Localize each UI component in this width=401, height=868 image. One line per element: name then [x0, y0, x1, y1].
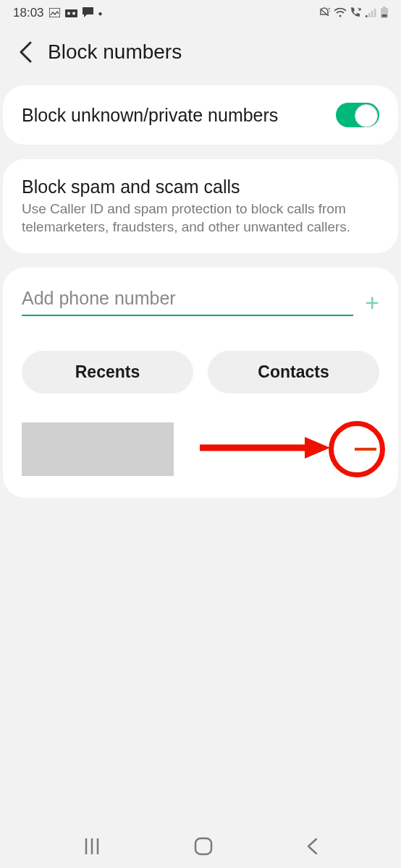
chat-icon — [83, 7, 93, 20]
dot-icon: ● — [98, 9, 103, 17]
svg-rect-6 — [368, 13, 371, 17]
back-icon[interactable] — [19, 41, 32, 63]
svg-marker-13 — [305, 437, 330, 459]
status-bar: 18:03 ● — [0, 0, 401, 26]
image-icon — [49, 7, 60, 20]
toggle-label: Block unknown/private numbers — [22, 103, 278, 127]
svg-rect-9 — [383, 7, 386, 8]
svg-rect-17 — [195, 838, 211, 854]
svg-rect-5 — [366, 15, 368, 17]
toggle-switch[interactable] — [336, 103, 379, 127]
android-nav-bar — [0, 825, 401, 868]
signal-icon — [366, 7, 377, 20]
add-row: + — [22, 288, 379, 316]
svg-point-2 — [67, 12, 70, 14]
battery-icon — [381, 7, 388, 20]
annotation-arrow — [200, 437, 330, 461]
status-left: 18:03 ● — [13, 6, 103, 20]
svg-rect-7 — [371, 11, 373, 17]
voicemail-icon — [65, 7, 77, 20]
vibrate-icon — [318, 7, 330, 20]
header: Block numbers — [0, 26, 401, 85]
svg-rect-8 — [374, 9, 376, 17]
toggle-card[interactable]: Block unknown/private numbers — [3, 85, 398, 145]
recents-button[interactable]: Recents — [22, 351, 193, 393]
svg-point-4 — [339, 14, 342, 17]
call-icon — [350, 7, 362, 20]
spam-card-title: Block spam and scam calls — [22, 176, 379, 197]
svg-rect-11 — [382, 14, 387, 17]
status-time: 18:03 — [13, 6, 44, 20]
page-title: Block numbers — [48, 41, 182, 64]
add-number-card: + Recents Contacts — [3, 268, 398, 498]
recents-nav-icon[interactable] — [83, 838, 101, 854]
svg-rect-1 — [65, 9, 77, 17]
plus-icon[interactable]: + — [365, 290, 379, 315]
svg-rect-0 — [49, 8, 60, 17]
wifi-icon — [334, 7, 347, 20]
status-right — [318, 7, 388, 20]
spam-card-subtitle: Use Caller ID and spam protection to blo… — [22, 200, 379, 236]
spam-scam-card[interactable]: Block spam and scam calls Use Caller ID … — [3, 159, 398, 253]
blocked-number-redacted — [22, 422, 174, 476]
remove-icon[interactable] — [355, 448, 376, 451]
contacts-button[interactable]: Contacts — [208, 351, 379, 393]
back-nav-icon[interactable] — [306, 838, 318, 855]
buttons-row: Recents Contacts — [22, 351, 379, 393]
blocked-number-row — [22, 422, 379, 476]
phone-number-input[interactable] — [22, 288, 353, 316]
home-nav-icon[interactable] — [194, 837, 213, 856]
svg-point-3 — [72, 12, 75, 14]
